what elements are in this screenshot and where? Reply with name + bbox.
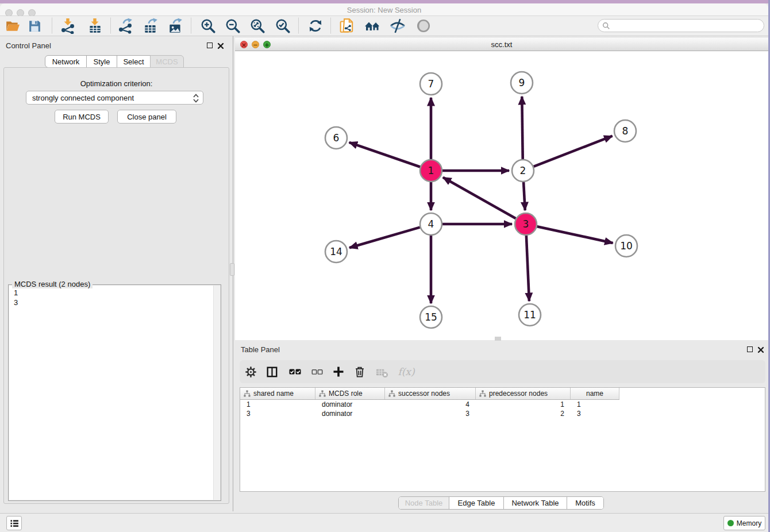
- select-all-columns-button[interactable]: [287, 364, 303, 379]
- node-table[interactable]: shared nameMCDS rolesuccessor nodesprede…: [240, 387, 765, 492]
- column-header-label: name: [586, 390, 603, 398]
- table-cell[interactable]: 3: [240, 409, 315, 418]
- zoom-selected-button[interactable]: [274, 17, 292, 34]
- zoom-fit-button[interactable]: [248, 17, 267, 34]
- refresh-icon: [308, 18, 323, 33]
- table-row[interactable]: 3dominator323: [240, 409, 765, 418]
- run-mcds-button[interactable]: Run MCDS: [55, 110, 109, 124]
- edge-1-6[interactable]: [349, 142, 420, 167]
- tab-node-table[interactable]: Node Table: [399, 497, 449, 509]
- control-panel-float-icon[interactable]: [207, 43, 213, 48]
- table-toolbar: f(x): [240, 360, 765, 383]
- save-icon: [28, 19, 42, 33]
- tab-network[interactable]: Network: [45, 55, 87, 68]
- memory-button[interactable]: Memory: [723, 516, 765, 530]
- result-line: 3: [14, 298, 18, 307]
- splitter-grip[interactable]: [230, 263, 234, 276]
- table-cell[interactable]: dominator: [315, 409, 385, 418]
- memory-status-icon: [727, 520, 734, 526]
- export-image-button[interactable]: [166, 17, 184, 34]
- tab-select[interactable]: Select: [117, 55, 151, 68]
- table-cell[interactable]: 2: [476, 409, 571, 418]
- open-folder-icon: [5, 18, 20, 33]
- network-window-titlebar[interactable]: scc.txt: [235, 38, 768, 51]
- import-table-button[interactable]: [86, 17, 104, 34]
- plus-icon: [332, 365, 345, 379]
- eye-slash-icon: [390, 18, 406, 33]
- tab-edge-table[interactable]: Edge Table: [449, 497, 504, 509]
- table-row[interactable]: 1dominator411: [240, 400, 765, 409]
- control-panel-close-icon[interactable]: [217, 43, 224, 49]
- task-history-button[interactable]: [6, 516, 22, 530]
- result-line: 1: [14, 288, 18, 298]
- delete-column-button[interactable]: [352, 364, 368, 379]
- function-builder-button: f(x): [396, 364, 417, 379]
- column-header-shared-name[interactable]: shared name: [240, 388, 315, 399]
- node-label-7: 7: [428, 78, 434, 90]
- table-panel-close-icon[interactable]: [757, 346, 764, 353]
- export-network-button[interactable]: [116, 17, 134, 34]
- open-session-button[interactable]: [3, 17, 22, 34]
- shared-column-icon: [388, 390, 395, 397]
- node-label-1: 1: [428, 165, 434, 176]
- export-table-button[interactable]: [141, 17, 160, 34]
- show-panel-button[interactable]: [414, 17, 433, 34]
- column-header-label: predecessor nodes: [489, 390, 548, 398]
- table-cell[interactable]: 1: [476, 400, 571, 409]
- deselect-all-columns-button[interactable]: [309, 364, 325, 379]
- column-header-name[interactable]: name: [571, 388, 619, 399]
- close-panel-button[interactable]: Close panel: [117, 110, 176, 124]
- column-header-mcds-role[interactable]: MCDS role: [315, 388, 385, 399]
- hide-panel-button[interactable]: [388, 17, 407, 34]
- show-columns-button[interactable]: [264, 364, 280, 379]
- save-session-button[interactable]: [25, 17, 44, 34]
- search-field[interactable]: [598, 19, 764, 32]
- table-panel-float-icon[interactable]: [747, 346, 753, 352]
- mcds-result-textarea[interactable]: 13: [9, 286, 220, 500]
- node-label-2: 2: [520, 165, 526, 176]
- edge-3-11[interactable]: [526, 236, 529, 301]
- optimization-criterion-select[interactable]: strongly connected component: [26, 91, 203, 105]
- search-input[interactable]: [610, 22, 754, 30]
- zoom-out-button[interactable]: [224, 17, 242, 34]
- import-table-icon: [87, 18, 103, 34]
- status-bar: Memory: [0, 513, 768, 532]
- table-cell[interactable]: 4: [385, 400, 476, 409]
- column-header-successor-nodes[interactable]: successor nodes: [385, 388, 476, 399]
- column-header-predecessor-nodes[interactable]: predecessor nodes: [476, 388, 571, 399]
- toolbar-separator: [110, 18, 111, 33]
- table-header-row: shared nameMCDS rolesuccessor nodesprede…: [240, 388, 619, 400]
- canvas-splitter-grip[interactable]: [495, 337, 501, 341]
- edge-2-3[interactable]: [523, 182, 525, 210]
- table-cell[interactable]: 3: [571, 409, 619, 418]
- edge-2-9[interactable]: [522, 97, 522, 159]
- edge-2-8[interactable]: [534, 136, 613, 167]
- network-graph: 1234678910111415: [235, 51, 768, 340]
- apply-layout-button[interactable]: [306, 17, 325, 34]
- create-column-button[interactable]: [330, 364, 346, 379]
- table-cell[interactable]: 3: [385, 409, 476, 418]
- result-scrollbar[interactable]: [213, 286, 220, 500]
- reset-views-button[interactable]: [363, 17, 382, 34]
- import-network-button[interactable]: [59, 17, 77, 34]
- table-settings-button[interactable]: [242, 364, 259, 379]
- zoom-selected-icon: [275, 18, 291, 34]
- edge-4-14[interactable]: [349, 228, 420, 248]
- table-cell[interactable]: 1: [240, 400, 315, 409]
- tab-network-table[interactable]: Network Table: [504, 497, 567, 509]
- tab-motifs[interactable]: Motifs: [567, 497, 603, 509]
- edge-3-10[interactable]: [537, 226, 613, 243]
- dropdown-stepper-icon: [192, 93, 199, 105]
- table-cell[interactable]: 1: [571, 400, 619, 409]
- toolbar-separator: [298, 18, 299, 33]
- network-canvas[interactable]: 1234678910111415: [235, 51, 768, 340]
- column-header-label: MCDS role: [329, 390, 363, 398]
- edge-3-1[interactable]: [443, 178, 516, 218]
- trash-icon: [353, 365, 366, 378]
- clone-network-button[interactable]: [338, 17, 356, 34]
- tab-mcds[interactable]: MCDS: [150, 55, 184, 68]
- node-label-4: 4: [428, 218, 434, 230]
- zoom-in-button[interactable]: [199, 17, 217, 34]
- table-cell[interactable]: dominator: [315, 400, 385, 409]
- tab-style[interactable]: Style: [86, 55, 117, 68]
